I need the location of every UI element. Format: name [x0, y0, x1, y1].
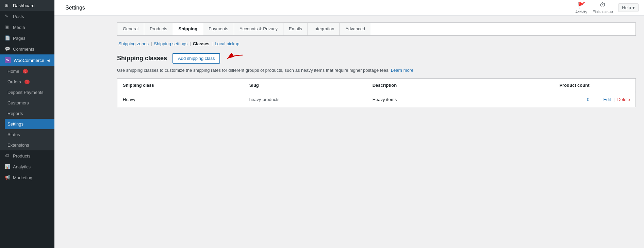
comments-icon: 💬: [5, 46, 10, 52]
edit-link[interactable]: Edit: [603, 97, 611, 102]
home-badge: 3: [23, 69, 28, 73]
col-header-shipping-class: Shipping class: [117, 79, 244, 92]
sidebar-item-settings[interactable]: Settings: [5, 119, 54, 129]
products-icon: 🏷: [5, 153, 10, 159]
col-header-description: Description: [367, 79, 473, 92]
tab-payments[interactable]: Payments: [203, 23, 234, 35]
shipping-classes-title: Shipping classes: [117, 55, 167, 62]
media-icon: ▣: [5, 24, 10, 30]
sidebar-item-analytics[interactable]: 📊 Analytics: [0, 161, 54, 172]
sidebar-item-deposit-payments[interactable]: Deposit Payments: [5, 87, 54, 98]
cell-slug: heavy-products: [244, 92, 367, 107]
sidebar-item-home[interactable]: Home 3: [5, 66, 54, 77]
main-content: General Products Shipping Payments Accou…: [109, 16, 644, 248]
cell-actions: Edit | Delete: [595, 92, 636, 107]
subnav-sep-3: |: [212, 41, 213, 46]
topbar: Settings 🚩 Activity ⏱ Finish setup Help …: [54, 0, 644, 16]
sidebar-item-marketing[interactable]: 📢 Marketing: [0, 172, 54, 183]
subnav-sep-1: |: [151, 41, 152, 46]
page-title: Settings: [60, 5, 85, 11]
analytics-icon: 📊: [5, 164, 10, 169]
topbar-actions: 🚩 Activity ⏱ Finish setup Help ▾: [575, 2, 639, 14]
marketing-icon: 📢: [5, 175, 10, 180]
woo-active-indicator: ◀: [47, 59, 50, 62]
pages-icon: 📄: [5, 35, 10, 41]
tab-general[interactable]: General: [117, 23, 144, 35]
subnav-shipping-settings[interactable]: Shipping settings: [152, 41, 189, 46]
sidebar-item-posts[interactable]: ✎ Posts: [0, 11, 54, 22]
delete-link[interactable]: Delete: [617, 97, 630, 102]
subnav-shipping-zones[interactable]: Shipping zones: [117, 41, 150, 46]
subnav-local-pickup[interactable]: Local pickup: [213, 41, 241, 46]
tab-integration[interactable]: Integration: [308, 23, 340, 35]
shipping-classes-description: Use shipping classes to customize the sh…: [117, 68, 636, 73]
orders-badge: 1: [24, 80, 30, 84]
col-header-actions: [595, 79, 636, 92]
cell-description: Heavy items: [367, 92, 473, 107]
activity-button[interactable]: 🚩 Activity: [575, 2, 587, 14]
finish-setup-button[interactable]: ⏱ Finish setup: [593, 2, 613, 14]
sidebar-item-products[interactable]: 🏷 Products: [0, 150, 54, 161]
tab-emails[interactable]: Emails: [283, 23, 308, 35]
shipping-classes-header: Shipping classes Add shipping class: [117, 53, 636, 64]
arrow-indicator: [226, 53, 246, 64]
cell-shipping-class: Heavy: [117, 92, 244, 107]
activity-icon: 🚩: [578, 2, 585, 9]
help-button[interactable]: Help ▾: [618, 3, 639, 12]
cell-product-count: 0: [473, 92, 595, 107]
sidebar-item-comments[interactable]: 💬 Comments: [0, 44, 54, 54]
action-separator: |: [613, 97, 614, 102]
sidebar-item-extensions[interactable]: Extensions: [5, 140, 54, 150]
tab-shipping[interactable]: Shipping: [173, 23, 203, 35]
learn-more-link[interactable]: Learn more: [391, 68, 413, 73]
posts-icon: ✎: [5, 14, 10, 19]
sidebar-item-pages[interactable]: 📄 Pages: [0, 33, 54, 44]
sidebar: ⊞ Dashboard ✎ Posts ▣ Media 📄 Pages 💬 Co…: [0, 0, 54, 248]
subnav-classes-current: Classes: [192, 41, 211, 46]
col-header-slug: Slug: [244, 79, 367, 92]
sidebar-item-woocommerce[interactable]: W WooCommerce ◀: [0, 54, 54, 66]
settings-tabs: General Products Shipping Payments Accou…: [117, 22, 636, 36]
finish-setup-icon: ⏱: [600, 2, 606, 9]
dashboard-icon: ⊞: [5, 3, 10, 8]
table-row: Heavy heavy-products Heavy items 0 Edit …: [117, 92, 636, 107]
tab-products[interactable]: Products: [144, 23, 173, 35]
sidebar-item-status[interactable]: Status: [5, 129, 54, 140]
woocommerce-logo: W: [5, 57, 11, 63]
shipping-classes-table: Shipping class Slug Description Product …: [117, 78, 636, 107]
tab-accounts-privacy[interactable]: Accounts & Privacy: [234, 23, 283, 35]
subnav-sep-2: |: [189, 41, 191, 46]
sub-navigation: Shipping zones | Shipping settings | Cla…: [117, 41, 636, 46]
sidebar-item-orders[interactable]: Orders 1: [5, 77, 54, 87]
sidebar-item-media[interactable]: ▣ Media: [0, 22, 54, 33]
col-header-product-count: Product count: [473, 79, 595, 92]
chevron-down-icon: ▾: [632, 5, 635, 10]
sidebar-item-customers[interactable]: Customers: [5, 98, 54, 108]
sidebar-item-dashboard[interactable]: ⊞ Dashboard: [0, 0, 54, 11]
sidebar-item-reports[interactable]: Reports: [5, 108, 54, 119]
tab-advanced[interactable]: Advanced: [340, 23, 370, 35]
add-shipping-class-button[interactable]: Add shipping class: [172, 53, 220, 64]
